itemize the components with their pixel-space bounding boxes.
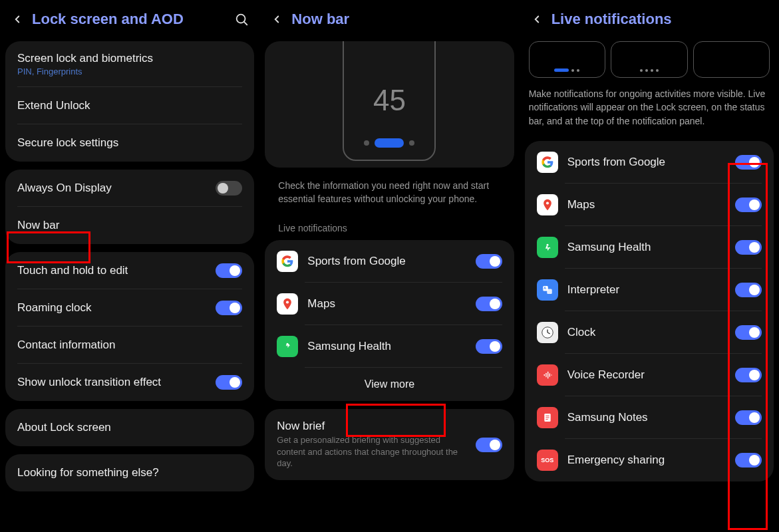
panel-now-bar: Now bar 45 Check the information you nee… <box>259 0 519 532</box>
row-clock[interactable]: Clock <box>525 311 774 354</box>
toggle-maps[interactable] <box>735 198 762 212</box>
toggle-now-brief[interactable] <box>476 438 502 452</box>
row-interpreter[interactable]: A Interpreter <box>525 269 774 311</box>
row-secure-lock-settings[interactable]: Secure lock settings <box>5 124 254 162</box>
svg-point-5 <box>546 244 548 246</box>
sublabel: PIN, Fingerprints <box>17 66 242 76</box>
maps-icon <box>277 293 298 315</box>
lockscreen-number: 45 <box>373 41 406 138</box>
row-touch-hold-edit[interactable]: Touch and hold to edit <box>5 252 254 289</box>
row-sports-google[interactable]: Sports from Google <box>525 141 774 184</box>
card-now-brief: Now brief Get a personalized briefing wi… <box>265 409 514 480</box>
row-maps[interactable]: Maps <box>265 283 514 325</box>
back-icon[interactable] <box>11 13 24 26</box>
row-screen-lock-biometrics[interactable]: Screen lock and biometrics PIN, Fingerpr… <box>5 41 254 87</box>
svg-point-4 <box>546 201 549 204</box>
sublabel: Get a personalized briefing with suggest… <box>277 434 466 469</box>
toggle-sports-google[interactable] <box>476 254 502 269</box>
svg-point-3 <box>287 343 289 345</box>
toggle-emergency-sharing[interactable] <box>735 453 762 467</box>
card-options: Touch and hold to edit Roaming clock Con… <box>5 252 254 401</box>
row-unlock-transition[interactable]: Show unlock transition effect <box>5 364 254 401</box>
search-icon[interactable] <box>234 12 249 27</box>
card-about: About Lock screen <box>5 409 254 446</box>
dot-icon <box>640 69 643 72</box>
row-sports-google[interactable]: Sports from Google <box>265 240 514 283</box>
toggle-interpreter[interactable] <box>735 283 762 297</box>
back-icon[interactable] <box>530 13 544 26</box>
svg-rect-13 <box>545 373 546 378</box>
toggle-touch-hold[interactable] <box>216 263 242 278</box>
section-label: Live notifications <box>265 219 514 240</box>
label: About Lock screen <box>17 421 242 434</box>
pill-icon <box>554 68 569 72</box>
row-extend-unlock[interactable]: Extend Unlock <box>5 87 254 124</box>
row-emergency-sharing[interactable]: SOS Emergency sharing <box>525 439 774 481</box>
view-more-button[interactable]: View more <box>265 368 514 401</box>
label: Sports from Google <box>307 255 466 268</box>
pill-indicator <box>375 138 404 148</box>
toggle-sports-google[interactable] <box>735 155 762 170</box>
voice-recorder-icon <box>537 364 558 386</box>
samsung-health-icon <box>537 237 558 258</box>
label: Contact information <box>17 338 242 352</box>
preview-card-3[interactable] <box>693 41 770 78</box>
page-title: Lock screen and AOD <box>32 11 226 28</box>
row-looking-for[interactable]: Looking for something else? <box>5 454 254 491</box>
row-roaming-clock[interactable]: Roaming clock <box>5 289 254 327</box>
row-about-lockscreen[interactable]: About Lock screen <box>5 409 254 446</box>
toggle-roaming-clock[interactable] <box>216 301 242 315</box>
page-title: Now bar <box>291 11 508 28</box>
toggle-unlock-transition[interactable] <box>216 375 242 390</box>
label: Extend Unlock <box>17 99 242 112</box>
row-contact-info[interactable]: Contact information <box>5 327 254 364</box>
row-samsung-notes[interactable]: Samsung Notes <box>525 396 774 439</box>
row-samsung-health[interactable]: Samsung Health <box>265 325 514 368</box>
toggle-voice-recorder[interactable] <box>735 368 762 382</box>
svg-rect-7 <box>547 289 552 294</box>
row-samsung-health[interactable]: Samsung Health <box>525 226 774 269</box>
toggle-aod[interactable] <box>216 181 242 196</box>
panel-live-notifications: Live notifications Make notifications fo… <box>520 0 779 532</box>
label: Touch and hold to edit <box>17 264 206 277</box>
preview-cards-row <box>525 41 774 78</box>
preview-card-2[interactable] <box>611 41 687 78</box>
row-now-bar[interactable]: Now bar <box>5 207 254 244</box>
samsung-notes-icon <box>537 407 558 428</box>
label: Show unlock transition effect <box>17 376 206 389</box>
toggle-maps[interactable] <box>476 297 502 311</box>
label: Voice Recorder <box>567 368 726 382</box>
row-voice-recorder[interactable]: Voice Recorder <box>525 354 774 396</box>
preview-card-1[interactable] <box>529 41 605 78</box>
label: Emergency sharing <box>567 454 726 467</box>
label: Screen lock and biometrics <box>17 52 242 65</box>
page-title: Live notifications <box>551 11 768 28</box>
svg-text:A: A <box>544 286 546 290</box>
label: Clock <box>567 326 726 339</box>
toggle-samsung-health[interactable] <box>735 240 762 255</box>
header: Lock screen and AOD <box>5 0 254 41</box>
header: Now bar <box>265 0 514 41</box>
toggle-clock[interactable] <box>735 325 762 340</box>
dot-icon <box>656 69 659 72</box>
row-maps[interactable]: Maps <box>525 184 774 226</box>
dot-icon <box>577 69 579 72</box>
row-aod[interactable]: Always On Display <box>5 170 254 207</box>
label: Roaming clock <box>17 301 206 315</box>
toggle-samsung-health[interactable] <box>476 339 502 354</box>
back-icon[interactable] <box>270 13 283 26</box>
indicator-row <box>364 138 414 148</box>
card-live-notifications: Sports from Google Maps Samsung Health V… <box>265 240 514 401</box>
svg-rect-15 <box>549 373 549 376</box>
svg-point-2 <box>286 301 289 304</box>
svg-rect-16 <box>551 374 551 375</box>
svg-rect-12 <box>544 374 544 376</box>
dot-icon <box>571 69 574 72</box>
row-now-brief[interactable]: Now brief Get a personalized briefing wi… <box>265 409 514 480</box>
label: Now bar <box>17 219 242 232</box>
interpreter-icon: A <box>537 279 558 301</box>
dot-icon <box>645 69 648 72</box>
toggle-samsung-notes[interactable] <box>735 410 762 425</box>
maps-icon <box>537 194 558 215</box>
label: Maps <box>567 198 726 211</box>
